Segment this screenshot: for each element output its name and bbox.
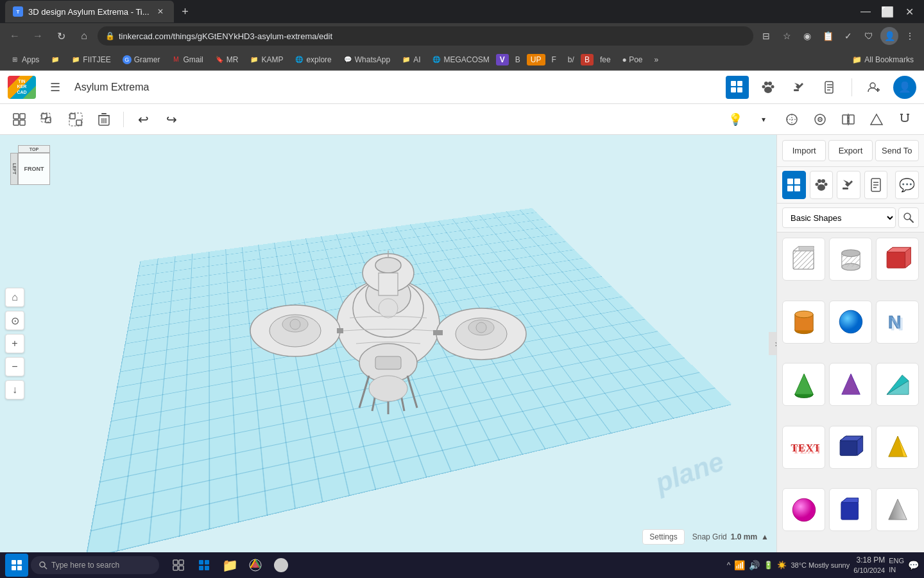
- more-bookmarks[interactable]: »: [649, 53, 664, 67]
- active-tab[interactable]: T 3D design Asylum Extrema - Ti... ✕: [5, 1, 174, 22]
- snap-magnet-btn[interactable]: [893, 108, 916, 131]
- panel-document-icon[interactable]: [864, 171, 888, 199]
- home-view-btn[interactable]: ⌂: [5, 288, 24, 307]
- shape-cylinder-hole[interactable]: [829, 238, 872, 281]
- tray-notification[interactable]: 💬: [908, 560, 919, 570]
- settings-button[interactable]: Settings: [642, 529, 684, 545]
- menu-btn[interactable]: ⋮: [901, 27, 919, 45]
- task-view-btn[interactable]: [167, 554, 190, 577]
- import-button[interactable]: Import: [782, 140, 826, 161]
- window-minimize[interactable]: —: [856, 2, 875, 21]
- hamburger-menu[interactable]: ☰: [44, 76, 67, 99]
- shape-wedge-teal[interactable]: [876, 363, 919, 406]
- grid-icon-btn[interactable]: [726, 76, 749, 99]
- tray-weather[interactable]: ☀️: [777, 561, 787, 570]
- bookmark-b2[interactable]: b/: [563, 53, 579, 67]
- panel-grid-icon[interactable]: [782, 171, 806, 199]
- search-shapes-button[interactable]: [898, 207, 919, 228]
- extension-1[interactable]: 📋: [819, 27, 837, 45]
- panel-collapse-arrow[interactable]: ›: [769, 332, 776, 355]
- send-to-button[interactable]: Send To: [875, 140, 919, 161]
- sketch-circle-btn[interactable]: [780, 108, 803, 131]
- shape-3d-text-n[interactable]: N N: [876, 301, 919, 344]
- tray-battery[interactable]: 🔋: [764, 561, 773, 570]
- home-button[interactable]: ⌂: [74, 26, 94, 46]
- taskbar-clock[interactable]: 3:18 PM 6/10/2024: [853, 555, 885, 575]
- taskbar-search[interactable]: Type here to search: [31, 556, 159, 574]
- panel-chat-icon[interactable]: 💬: [895, 171, 919, 199]
- shape-box-navy[interactable]: [829, 426, 872, 469]
- cube-left-face[interactable]: LEFT: [10, 153, 18, 185]
- bookmark-megacosm[interactable]: 🌐 MEGACOSM: [427, 53, 494, 67]
- bookmark-up[interactable]: UP: [527, 54, 545, 66]
- cast-btn[interactable]: ⊟: [757, 27, 775, 45]
- bookmark-btn[interactable]: ☆: [778, 27, 796, 45]
- zoom-in-btn[interactable]: +: [5, 334, 24, 353]
- bookmark-fiitjee[interactable]: 📁 FIITJEE: [66, 53, 116, 67]
- group-btn[interactable]: [36, 108, 59, 131]
- window-maximize[interactable]: ⬜: [878, 2, 897, 21]
- panel-tools-icon[interactable]: [837, 171, 860, 199]
- reload-button[interactable]: ↻: [51, 26, 71, 46]
- light-btn[interactable]: 💡: [724, 108, 747, 131]
- shape-cone-purple[interactable]: [829, 363, 872, 406]
- shape-box-darkblue[interactable]: [829, 488, 872, 531]
- user-avatar[interactable]: 👤: [893, 76, 916, 99]
- shapes-dropdown[interactable]: Basic Shapes Letters Connectors Symbols: [782, 207, 896, 228]
- orbit-btn[interactable]: ⊙: [5, 311, 24, 330]
- align-target-btn[interactable]: [809, 108, 832, 131]
- new-tab-button[interactable]: +: [176, 3, 194, 21]
- bookmark-whatsapp[interactable]: 💬 WhatsApp: [338, 53, 395, 67]
- zoom-out-btn[interactable]: −: [5, 357, 24, 376]
- view-cube[interactable]: FRONT LEFT TOP: [10, 145, 62, 197]
- bookmark-ai[interactable]: 📁 AI: [397, 53, 425, 67]
- task-cat[interactable]: [270, 554, 293, 577]
- ungroup-btn[interactable]: [64, 108, 87, 131]
- back-button[interactable]: ←: [5, 26, 24, 46]
- flip-btn[interactable]: [837, 108, 860, 131]
- task-chrome[interactable]: [244, 554, 267, 577]
- zoom-fit-btn[interactable]: ↓: [5, 380, 24, 399]
- tab-close-button[interactable]: ✕: [155, 6, 166, 17]
- language-indicator[interactable]: ENG IN: [889, 556, 904, 575]
- add-user-btn[interactable]: [862, 76, 886, 99]
- bookmark-apps[interactable]: ⊞ Apps: [5, 53, 44, 67]
- bookmark-v[interactable]: V: [496, 54, 509, 66]
- bookmark-explore[interactable]: 🌐 explore: [289, 53, 336, 67]
- bookmark-f[interactable]: F: [547, 53, 561, 67]
- extension-2[interactable]: ✓: [839, 27, 857, 45]
- delete-btn[interactable]: [92, 108, 116, 131]
- document-icon-btn[interactable]: [818, 76, 841, 99]
- address-bar[interactable]: 🔒 tinkercad.com/things/gKGtENYkHD3-asylu…: [98, 26, 753, 46]
- bookmark-mr[interactable]: 🔖 MR: [210, 53, 244, 67]
- bookmark-fee[interactable]: fee: [595, 53, 616, 67]
- redo-btn[interactable]: ↪: [160, 108, 183, 131]
- task-files[interactable]: 📁: [218, 554, 241, 577]
- extension-3[interactable]: 🛡: [860, 27, 878, 45]
- undo-btn[interactable]: ↩: [132, 108, 155, 131]
- bookmark-b1[interactable]: B: [510, 53, 526, 67]
- shape-box-hole[interactable]: [782, 238, 825, 281]
- bookmark-gmail[interactable]: M Gmail: [166, 53, 208, 67]
- all-bookmarks[interactable]: 📁 All Bookmarks: [847, 53, 919, 67]
- cube-front-face[interactable]: FRONT: [18, 153, 50, 185]
- 3d-viewport[interactable]: FRONT LEFT TOP: [0, 135, 776, 552]
- snap-grid-control[interactable]: Snap Grid 1.0 mm ▲: [692, 532, 769, 541]
- new-shape-btn[interactable]: [8, 108, 31, 131]
- window-close[interactable]: ✕: [900, 2, 919, 21]
- panel-paw-icon[interactable]: [810, 171, 834, 199]
- bookmark-poe[interactable]: ● Poe: [617, 53, 648, 67]
- shape-cone-grey[interactable]: [876, 488, 919, 531]
- shape-sphere-blue[interactable]: [829, 301, 872, 344]
- start-button[interactable]: [5, 554, 28, 577]
- bookmark-b3[interactable]: B: [581, 54, 594, 66]
- tray-network[interactable]: 📶: [734, 560, 745, 570]
- light-dropdown-btn[interactable]: ▾: [752, 108, 775, 131]
- bookmark-gramer[interactable]: G Gramer: [117, 53, 166, 67]
- forward-button[interactable]: →: [28, 26, 47, 46]
- shape-cylinder-orange[interactable]: [782, 301, 825, 344]
- snap-arrow[interactable]: ▲: [761, 532, 769, 541]
- tray-volume[interactable]: 🔊: [749, 560, 760, 570]
- cube-top-face[interactable]: TOP: [18, 145, 50, 153]
- extension-rss[interactable]: ◉: [798, 27, 816, 45]
